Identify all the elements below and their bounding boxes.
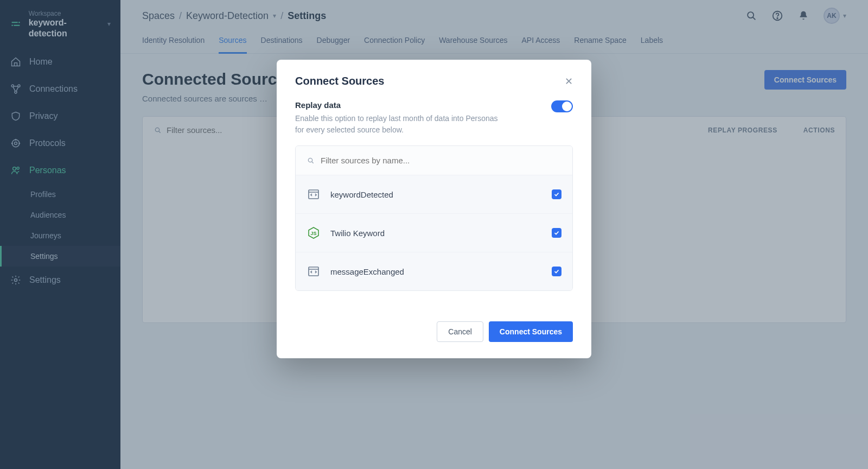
replay-toggle[interactable] [551, 100, 573, 112]
replay-title: Replay data [295, 100, 501, 110]
confirm-connect-button[interactable]: Connect Sources [489, 321, 573, 342]
svg-rect-18 [309, 190, 318, 199]
modal-title: Connect Sources [295, 75, 384, 87]
connect-sources-modal: Connect Sources ✕ Replay data Enable thi… [277, 60, 591, 358]
toggle-knob [562, 102, 572, 111]
source-filter-input[interactable] [321, 156, 561, 165]
nodejs-source-icon: JS [307, 226, 321, 240]
code-source-icon [307, 264, 321, 278]
source-checkbox[interactable] [552, 228, 561, 238]
source-name: messageExchanged [330, 267, 404, 276]
source-list: keywordDetected JS Twilio Keyword [295, 145, 573, 291]
svg-point-17 [308, 158, 312, 162]
source-name: Twilio Keyword [330, 229, 385, 238]
source-name: keywordDetected [330, 190, 393, 199]
replay-description: Enable this option to replay last month … [295, 113, 501, 136]
source-filter-field[interactable] [296, 146, 572, 175]
cancel-button[interactable]: Cancel [437, 321, 483, 342]
svg-rect-20 [309, 267, 318, 276]
source-checkbox[interactable] [552, 189, 561, 199]
svg-text:JS: JS [310, 231, 316, 236]
list-item[interactable]: JS Twilio Keyword [296, 213, 572, 252]
source-checkbox[interactable] [552, 267, 561, 276]
modal-overlay: Connect Sources ✕ Replay data Enable thi… [0, 0, 868, 469]
code-source-icon [307, 187, 321, 201]
close-icon[interactable]: ✕ [565, 75, 573, 87]
search-icon [307, 156, 315, 165]
list-item[interactable]: keywordDetected [296, 175, 572, 213]
list-item[interactable]: messageExchanged [296, 252, 572, 290]
